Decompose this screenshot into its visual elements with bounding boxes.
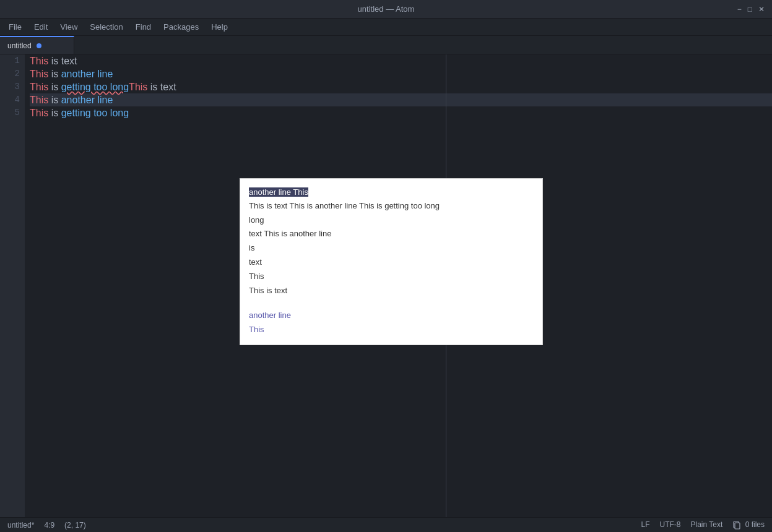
token: This — [30, 106, 48, 119]
line-number-5: 5 — [5, 106, 20, 119]
menu-item-find[interactable]: Find — [131, 20, 156, 34]
menu-item-view[interactable]: View — [55, 20, 82, 34]
close-button[interactable]: ✕ — [758, 6, 765, 13]
maximize-button[interactable]: □ — [748, 6, 752, 13]
token: another line — [61, 93, 113, 106]
code-line-5: This is getting too long — [30, 106, 772, 119]
token: is text — [147, 80, 176, 93]
popup-selected-text: another line This — [249, 187, 308, 197]
statusbar-line-ending[interactable]: LF — [641, 520, 649, 529]
menu-item-selection[interactable]: Selection — [85, 20, 128, 34]
code-line-3: This is getting too long This is text — [30, 80, 772, 93]
line-number-4: 4 — [5, 93, 20, 106]
tab-untitled[interactable]: untitled — [0, 36, 74, 54]
line-number-2: 2 — [5, 67, 20, 80]
popup-header: another line This — [249, 186, 534, 199]
statusbar-position: (2, 17) — [64, 521, 86, 530]
token: getting too long — [61, 106, 129, 119]
popup-footer-line-1: another line — [249, 309, 534, 323]
statusbar: untitled* 4:9 (2, 17) LF UTF-8 Plain Tex… — [0, 517, 772, 532]
statusbar-right: LF UTF-8 Plain Text 0 files — [641, 520, 765, 530]
files-icon — [732, 521, 741, 530]
menu-item-help[interactable]: Help — [206, 20, 233, 34]
token: is — [48, 67, 61, 80]
token: This — [30, 80, 48, 93]
statusbar-files: 0 files — [732, 520, 765, 530]
popup-footer-line-2: This — [249, 323, 534, 337]
token: is — [48, 106, 61, 119]
menu-item-edit[interactable]: Edit — [29, 20, 53, 34]
popup-line-6: This — [249, 270, 534, 284]
line-number-1: 1 — [5, 54, 20, 67]
window-title: untitled — Atom — [358, 4, 415, 14]
editor-container: 1 2 3 4 5 This is text This is another l… — [0, 54, 772, 517]
titlebar: untitled — Atom − □ ✕ — [0, 0, 772, 19]
token: is — [48, 80, 61, 93]
statusbar-filename: untitled* — [7, 521, 34, 530]
autocomplete-popup[interactable]: another line This This is text This is a… — [240, 178, 543, 345]
statusbar-encoding[interactable]: UTF-8 — [659, 520, 680, 529]
menu-item-file[interactable]: File — [4, 20, 27, 34]
menubar: FileEditViewSelectionFindPackagesHelp — [0, 19, 772, 36]
window-controls: − □ ✕ — [737, 6, 765, 13]
popup-divider — [249, 298, 534, 309]
code-line-4: This is another line — [30, 93, 772, 106]
token: This — [30, 54, 48, 67]
tab-modified-indicator — [37, 43, 41, 48]
statusbar-grammar[interactable]: Plain Text — [690, 520, 722, 529]
statusbar-indent: 4:9 — [44, 521, 54, 530]
token: This — [129, 80, 147, 93]
popup-line-4: is — [249, 241, 534, 255]
line-numbers: 1 2 3 4 5 — [0, 54, 25, 517]
line-number-3: 3 — [5, 80, 20, 93]
token: another line — [61, 67, 113, 80]
svg-rect-1 — [735, 523, 740, 529]
token: This — [30, 93, 48, 106]
tabbar: untitled — [0, 36, 772, 54]
popup-line-5: text — [249, 255, 534, 270]
token: is — [48, 93, 61, 106]
popup-line-7: This is text — [249, 284, 534, 298]
token: getting too long — [61, 80, 129, 93]
menu-item-packages[interactable]: Packages — [158, 20, 204, 34]
token: is text — [48, 54, 77, 67]
code-line-1: This is text — [30, 54, 772, 67]
popup-line-1: This is text This is another line This i… — [249, 199, 534, 213]
minimize-button[interactable]: − — [737, 6, 742, 13]
popup-line-3: text This is another line — [249, 227, 534, 241]
popup-line-2: long — [249, 213, 534, 228]
token: This — [30, 67, 48, 80]
tab-label: untitled — [7, 41, 32, 50]
code-line-2: This is another line — [30, 67, 772, 80]
